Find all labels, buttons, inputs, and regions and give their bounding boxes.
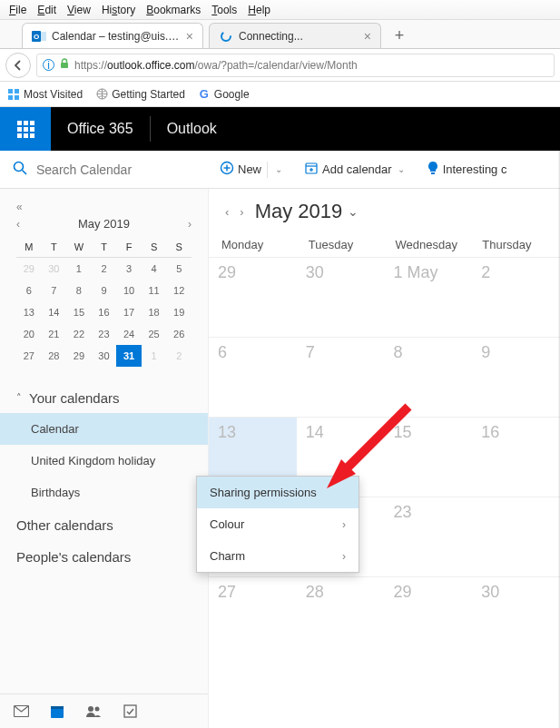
mini-day-cell[interactable]: 24	[116, 323, 142, 345]
app-name-label[interactable]: Outlook	[151, 121, 233, 137]
mini-day-header: F	[116, 236, 142, 258]
tab-title: Calendar – testing@uis.ca...	[52, 30, 181, 43]
mini-day-cell[interactable]: 6	[16, 280, 42, 301]
mini-day-cell[interactable]: 14	[42, 301, 67, 323]
mini-day-cell[interactable]: 16	[92, 301, 117, 323]
mini-month-label[interactable]: May 2019	[78, 217, 130, 231]
mini-prev-button[interactable]: ‹	[16, 218, 20, 231]
mini-day-cell[interactable]: 29	[66, 345, 92, 367]
app-launcher-button[interactable]	[0, 107, 51, 151]
day-cell[interactable]: 23	[385, 497, 473, 576]
menu-history[interactable]: History	[96, 4, 141, 16]
new-button[interactable]: New ⌄	[209, 151, 293, 189]
chevron-down-icon[interactable]: ⌄	[275, 164, 282, 174]
mini-day-cell[interactable]: 1	[66, 258, 92, 280]
day-cell[interactable]: 28	[297, 577, 385, 656]
mini-day-cell[interactable]: 31	[116, 345, 142, 367]
mail-icon[interactable]	[13, 703, 29, 720]
mini-day-cell[interactable]: 9	[92, 280, 117, 301]
mini-day-cell[interactable]: 15	[66, 301, 92, 323]
mini-day-cell[interactable]: 23	[92, 323, 117, 345]
interesting-calendars-button[interactable]: Interesting c	[416, 151, 518, 189]
day-cell[interactable]	[472, 497, 560, 576]
mini-day-cell[interactable]: 1	[142, 345, 167, 367]
tab-close-icon[interactable]: ×	[186, 29, 193, 44]
search-input[interactable]	[36, 162, 196, 177]
mini-day-cell[interactable]: 8	[66, 280, 92, 301]
day-cell[interactable]: 2	[472, 258, 560, 337]
windows-icon	[7, 88, 20, 101]
menu-file[interactable]: File	[4, 4, 32, 16]
day-cell[interactable]: 29	[385, 577, 473, 656]
day-cell[interactable]: 1 May	[385, 258, 473, 337]
people-icon[interactable]	[85, 703, 102, 720]
day-cell[interactable]: 8	[385, 338, 473, 417]
back-button[interactable]	[5, 53, 31, 78]
menu-view[interactable]: View	[62, 4, 96, 16]
browser-tab[interactable]: Connecting... ×	[209, 23, 381, 48]
mini-day-cell[interactable]: 26	[166, 323, 192, 345]
mini-day-cell[interactable]: 22	[66, 323, 92, 345]
mini-day-cell[interactable]: 29	[16, 258, 42, 280]
mini-next-button[interactable]: ›	[188, 218, 192, 231]
day-cell[interactable]: 29	[209, 258, 297, 337]
day-cell[interactable]: 30	[472, 577, 560, 656]
day-cell[interactable]: 7	[297, 338, 385, 417]
mini-day-cell[interactable]: 27	[16, 345, 42, 367]
new-tab-button[interactable]: +	[387, 23, 412, 48]
mini-day-cell[interactable]: 20	[16, 323, 42, 345]
prev-month-button[interactable]: ‹	[225, 205, 229, 219]
mini-day-cell[interactable]: 7	[42, 280, 67, 301]
mini-day-cell[interactable]: 5	[166, 258, 192, 280]
other-calendars-header[interactable]: Other calendars	[0, 508, 208, 540]
mini-day-cell[interactable]: 10	[116, 280, 142, 301]
calendar-item-uk-holidays[interactable]: United Kingdom holiday	[0, 445, 208, 477]
menu-edit[interactable]: Edit	[32, 4, 62, 16]
mini-day-cell[interactable]: 18	[142, 301, 167, 323]
mini-day-cell[interactable]: 11	[142, 280, 167, 301]
tasks-icon[interactable]	[122, 703, 138, 720]
day-cell[interactable]: 9	[472, 338, 560, 417]
day-cell[interactable]: 30	[297, 258, 385, 337]
mini-day-cell[interactable]: 21	[42, 323, 67, 345]
menu-colour[interactable]: Colour ›	[197, 508, 359, 540]
calendar-item-birthdays[interactable]: Birthdays	[0, 477, 208, 508]
tab-close-icon[interactable]: ×	[364, 29, 371, 44]
mini-day-cell[interactable]: 13	[16, 301, 42, 323]
day-cell[interactable]: 15	[385, 418, 473, 497]
mini-day-cell[interactable]: 2	[166, 345, 192, 367]
bookmark-getting-started[interactable]: Getting Started	[95, 88, 185, 101]
month-title[interactable]: May 2019 ⌄	[255, 200, 359, 223]
menu-tools[interactable]: Tools	[206, 4, 242, 16]
url-field[interactable]: i https://outlook.office.com/owa/?path=/…	[36, 54, 555, 77]
add-calendar-button[interactable]: Add calendar ⌄	[293, 151, 416, 189]
mini-day-cell[interactable]: 30	[42, 258, 67, 280]
next-month-button[interactable]: ›	[240, 205, 243, 219]
mini-day-cell[interactable]: 2	[92, 258, 117, 280]
mini-day-cell[interactable]: 25	[142, 323, 167, 345]
collapse-chevron-icon[interactable]: «	[16, 201, 23, 213]
menu-charm[interactable]: Charm ›	[197, 540, 359, 572]
calendar-item-calendar[interactable]: Calendar	[0, 413, 208, 445]
mini-day-cell[interactable]: 17	[116, 301, 142, 323]
bookmark-most-visited[interactable]: Most Visited	[7, 88, 83, 101]
bookmark-google[interactable]: G Google	[198, 88, 250, 101]
mini-day-cell[interactable]: 12	[166, 280, 192, 301]
mini-day-cell[interactable]: 30	[92, 345, 117, 367]
mini-day-cell[interactable]: 28	[42, 345, 67, 367]
day-cell[interactable]: 27	[209, 577, 297, 656]
calendar-icon[interactable]	[49, 703, 65, 720]
svg-point-10	[15, 162, 24, 172]
your-calendars-header[interactable]: ˄ Your calendars	[0, 381, 208, 413]
menu-sharing-permissions[interactable]: Sharing permissions	[197, 477, 359, 508]
menu-help[interactable]: Help	[242, 4, 276, 16]
search-box[interactable]	[0, 151, 209, 189]
day-cell[interactable]: 16	[472, 418, 560, 497]
mini-day-cell[interactable]: 4	[142, 258, 167, 280]
peoples-calendars-header[interactable]: People's calendars	[0, 540, 208, 572]
browser-tab[interactable]: O Calendar – testing@uis.ca... ×	[22, 23, 203, 48]
day-cell[interactable]: 6	[209, 338, 297, 417]
menu-bookmarks[interactable]: Bookmarks	[141, 4, 206, 16]
mini-day-cell[interactable]: 19	[166, 301, 192, 323]
mini-day-cell[interactable]: 3	[116, 258, 142, 280]
